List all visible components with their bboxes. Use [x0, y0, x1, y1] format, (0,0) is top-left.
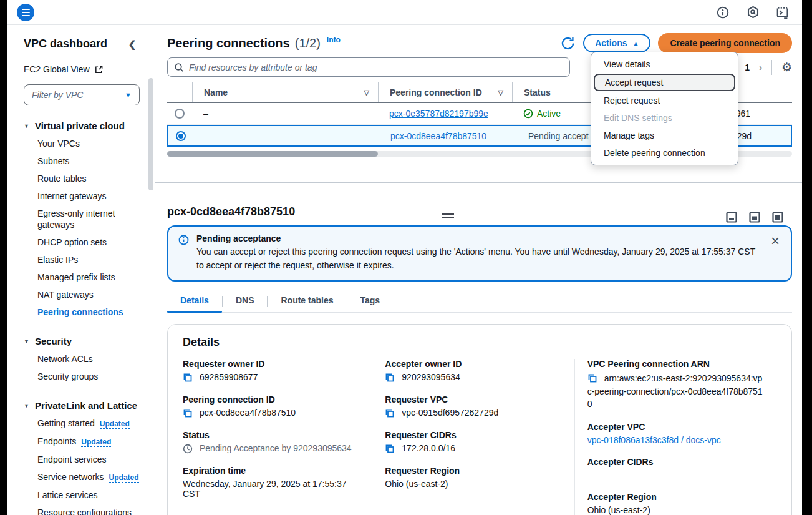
sidebar-item-route-tables[interactable]: Route tables [24, 170, 141, 187]
tab-route-tables[interactable]: Route tables [268, 290, 346, 312]
field-label: Requester VPC [385, 395, 563, 405]
panel-position-bottom-half-icon[interactable] [749, 212, 760, 225]
close-icon[interactable]: × [771, 233, 780, 248]
field-label: Accepter CIDRs [587, 457, 765, 467]
sidebar-item-endpoint-services[interactable]: Endpoint services [24, 451, 141, 468]
details-card: Details Requester owner ID 692859908677 … [167, 324, 792, 515]
copy-icon[interactable] [385, 444, 395, 454]
row-radio-selected[interactable] [176, 131, 186, 141]
field-label: Peering connection ID [183, 395, 360, 405]
clock-icon [183, 444, 193, 454]
sidebar-item-internet-gateways[interactable]: Internet gateways [24, 187, 141, 205]
search-input[interactable] [189, 62, 563, 72]
filter-by-vpc-select[interactable]: Filter by VPC ▼ [24, 84, 140, 105]
field-label: Requester owner ID [183, 359, 360, 369]
details-card-heading: Details [183, 336, 776, 349]
ec2-global-view-link[interactable]: EC2 Global View [24, 64, 141, 74]
sidebar-item-network-acls[interactable]: Network ACLs [24, 350, 141, 368]
tab-dns[interactable]: DNS [223, 290, 268, 312]
sidebar-section-virtual-private-cloud[interactable]: ▼ Virtual private cloud [24, 120, 141, 131]
field-value: Ohio (us-east-2) [385, 479, 448, 489]
field-label: Accepter owner ID [385, 359, 563, 369]
peering-connection-id-link[interactable]: pcx-0e35787d82197b99e [389, 109, 488, 119]
column-header-peering-connection-id[interactable]: Peering connection ID [379, 87, 482, 97]
sidebar-item-peering-connections[interactable]: Peering connections [24, 303, 141, 321]
sidebar-item-security-groups[interactable]: Security groups [24, 368, 141, 385]
sidebar-item-egress-only-internet-gateways[interactable]: Egress-only internet gateways [24, 205, 141, 233]
aws-console-window: VPC dashboard ❮ EC2 Global View Filter b… [7, 0, 802, 515]
menu-item-delete-peering-connection[interactable]: Delete peering connection [591, 144, 738, 162]
sidebar-item-endpoints[interactable]: EndpointsUpdated [24, 433, 141, 451]
field-value: pcx-0cd8eea4f78b87510 [200, 408, 296, 418]
hamburger-menu-icon[interactable] [17, 4, 34, 21]
copy-icon[interactable] [587, 373, 597, 383]
sidebar-scrollbar[interactable] [147, 25, 155, 515]
sidebar-collapse-icon[interactable]: ❮ [128, 39, 137, 50]
triangle-down-icon: ▼ [24, 338, 29, 345]
sidebar-item-getting-started[interactable]: Getting startedUpdated [24, 414, 141, 433]
field-label: VPC Peering connection ARN [587, 359, 765, 369]
tab-bar: Details DNS Route tables Tags [167, 290, 792, 313]
external-link-icon [94, 65, 104, 74]
amazon-q-icon[interactable] [746, 6, 760, 19]
copy-icon[interactable] [385, 408, 395, 418]
sidebar-item-elastic-ips[interactable]: Elastic IPs [24, 251, 141, 268]
pagination-divider [771, 60, 772, 75]
copy-icon[interactable] [183, 408, 193, 418]
next-page-icon[interactable]: › [759, 62, 762, 72]
sidebar-item-subnets[interactable]: Subnets [24, 152, 141, 170]
field-value: – [587, 470, 592, 480]
tab-details[interactable]: Details [167, 290, 222, 312]
triangle-down-icon: ▼ [24, 123, 29, 129]
top-navigation-bar [7, 0, 802, 25]
alert-text: to accept or reject the request, otherwi… [196, 259, 760, 273]
updated-badge: Updated [81, 438, 111, 447]
panel-position-full-icon[interactable] [772, 212, 783, 225]
panel-title: pcx-0cd8eea4f78b87510 [167, 205, 792, 218]
sidebar-section-security[interactable]: ▼ Security [24, 336, 141, 346]
sidebar-section-privatelink-and-lattice[interactable]: ▼ PrivateLink and Lattice [24, 400, 141, 411]
page-number[interactable]: 1 [745, 62, 750, 72]
split-panel-drag-handle[interactable] [442, 213, 454, 218]
field-value: 920293095634 [402, 372, 460, 382]
updated-badge: Updated [100, 419, 130, 429]
result-count: (1/2) [295, 36, 321, 51]
search-box[interactable] [167, 57, 570, 77]
sort-icon[interactable]: ▽ [364, 89, 369, 97]
sidebar-item-dhcp-option-sets[interactable]: DHCP option sets [24, 233, 141, 251]
details-column-2: Accepter owner ID 920293095634 Requester… [372, 359, 574, 515]
field-value: Ohio (us-east-2) [587, 505, 650, 515]
cloudshell-icon[interactable] [776, 6, 790, 19]
field-label: Requester Region [385, 466, 563, 476]
row-radio-unselected[interactable] [175, 109, 185, 119]
sidebar-item-your-vpcs[interactable]: Your VPCs [24, 135, 141, 152]
settings-gear-icon[interactable]: ⚙ [781, 61, 792, 73]
copy-icon[interactable] [385, 373, 395, 383]
menu-item-reject-request[interactable]: Reject request [591, 92, 738, 109]
field-label: Accepter Region [587, 492, 765, 502]
column-header-name[interactable]: Name [193, 87, 228, 97]
menu-item-accept-request[interactable]: Accept request [594, 74, 735, 91]
copy-icon[interactable] [183, 373, 193, 383]
sidebar-item-lattice-services[interactable]: Lattice services [24, 486, 141, 504]
panel-position-bottom-small-icon[interactable] [726, 212, 737, 225]
sort-icon[interactable]: ▽ [498, 89, 503, 97]
column-header-status[interactable]: Status [513, 87, 551, 97]
field-value: vpc-0915df6957262729d [402, 408, 498, 418]
menu-item-manage-tags[interactable]: Manage tags [591, 127, 738, 144]
sidebar-item-service-networks[interactable]: Service networksUpdated [24, 468, 141, 486]
info-icon[interactable] [716, 6, 730, 19]
actions-button[interactable]: Actions ▲ [583, 34, 650, 52]
field-value: Wednesday, January 29, 2025 at 17:55:37 … [183, 479, 360, 499]
create-peering-connection-button[interactable]: Create peering connection [658, 33, 792, 53]
sidebar-item-managed-prefix-lists[interactable]: Managed prefix lists [24, 268, 141, 286]
refresh-icon[interactable] [559, 35, 576, 51]
menu-item-view-details[interactable]: View details [591, 56, 738, 73]
scrollbar-thumb[interactable] [167, 151, 378, 157]
tab-tags[interactable]: Tags [347, 290, 394, 312]
peering-connection-id-link[interactable]: pcx-0cd8eea4f78b87510 [390, 131, 486, 141]
sidebar-item-nat-gateways[interactable]: NAT gateways [24, 286, 141, 303]
accepter-vpc-link[interactable]: vpc-018f086a13f3c3f8d / docs-vpc [587, 435, 721, 445]
info-link[interactable]: Info [327, 36, 341, 44]
sidebar-item-resource-configurations[interactable]: Resource configurationsNew [24, 504, 141, 515]
